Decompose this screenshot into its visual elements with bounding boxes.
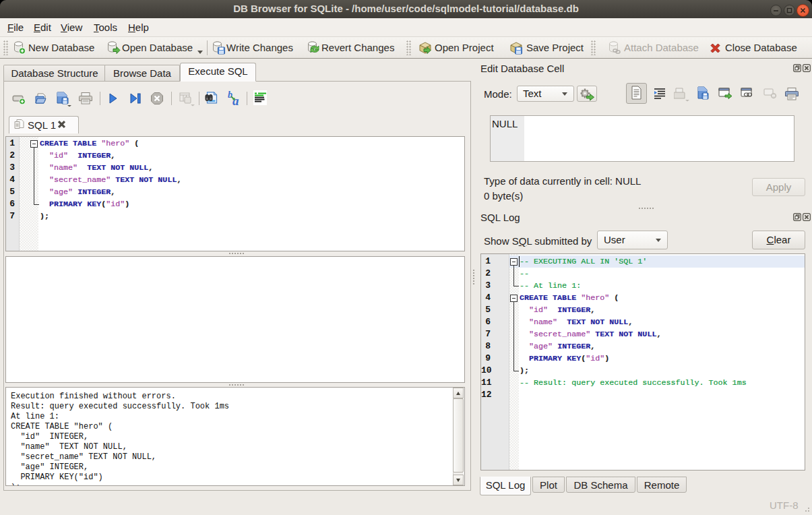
svg-text:b: b [228, 90, 232, 100]
